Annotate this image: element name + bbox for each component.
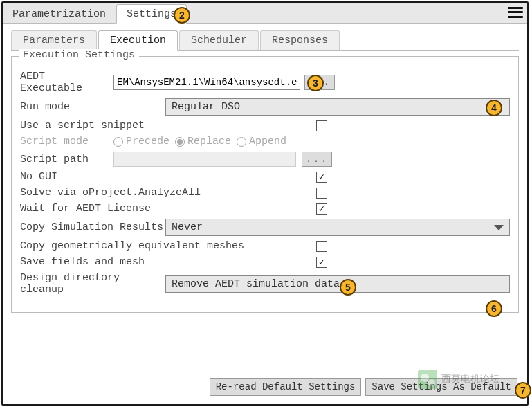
tab-scheduler[interactable]: Scheduler — [179, 30, 259, 50]
label-script-mode: Script mode — [20, 136, 113, 147]
label-script-path: Script path — [20, 154, 113, 165]
top-tab-bar: Parametrization Settings — [3, 3, 527, 24]
tab-responses[interactable]: Responses — [260, 30, 340, 50]
reread-default-button[interactable]: Re-read Default Settings — [210, 378, 362, 396]
run-mode-dropdown[interactable]: Regular DSO — [165, 98, 510, 116]
label-use-script-snippet: Use a script snippet — [20, 120, 316, 131]
annotation-badge-2: 2 — [174, 7, 190, 24]
label-save-fields: Save fields and mesh — [20, 256, 316, 268]
script-mode-radio-group: Precede Replace Append — [113, 136, 286, 147]
solve-analyzeall-checkbox[interactable] — [316, 188, 327, 199]
script-path-input — [113, 152, 296, 167]
script-path-browse-button[interactable]: ... — [302, 152, 332, 167]
aedt-executable-input[interactable] — [113, 75, 300, 90]
radio-append-label: Append — [249, 136, 286, 147]
annotation-badge-6: 6 — [486, 300, 502, 317]
tab-parametrization[interactable]: Parametrization — [3, 5, 116, 23]
label-solve-analyzeall: Solve via oProject.AnalyzeAll — [20, 187, 316, 199]
annotation-badge-5: 5 — [340, 279, 356, 296]
menu-icon[interactable] — [508, 6, 523, 19]
annotation-badge-7: 7 — [515, 382, 531, 399]
save-default-button[interactable]: Save Settings As Default — [365, 378, 517, 396]
group-title: Execution Settings — [19, 49, 139, 61]
label-aedt-executable: AEDT Executable — [20, 71, 113, 94]
no-gui-checkbox[interactable] — [316, 172, 327, 183]
annotation-badge-3: 3 — [307, 75, 324, 91]
design-cleanup-dropdown[interactable]: Remove AEDT simulation data — [165, 275, 510, 293]
execution-settings-group: Execution Settings AEDT Executable ... R… — [11, 56, 519, 313]
radio-precede-label: Precede — [126, 136, 169, 147]
use-script-checkbox[interactable] — [316, 120, 327, 131]
tab-parameters[interactable]: Parameters — [11, 30, 97, 50]
radio-append[interactable]: Append — [237, 136, 286, 147]
label-design-cleanup: Design directory cleanup — [20, 272, 165, 296]
save-fields-checkbox[interactable] — [316, 257, 327, 268]
copy-meshes-checkbox[interactable] — [316, 241, 327, 252]
sub-tab-bar: Parameters Execution Scheduler Responses — [11, 30, 519, 51]
label-copy-sim-results: Copy Simulation Results — [20, 221, 165, 233]
label-wait-license: Wait for AEDT License — [20, 203, 316, 215]
label-copy-meshes: Copy geometrically equivalent meshes — [20, 240, 316, 252]
tab-execution[interactable]: Execution — [98, 30, 178, 51]
radio-replace[interactable]: Replace — [175, 136, 231, 147]
annotation-badge-4: 4 — [486, 100, 502, 116]
radio-replace-label: Replace — [187, 136, 231, 147]
wait-license-checkbox[interactable] — [316, 203, 327, 215]
copy-sim-results-dropdown[interactable]: Never — [165, 219, 510, 236]
label-no-gui: No GUI — [20, 171, 316, 183]
label-run-mode: Run mode — [20, 101, 165, 113]
radio-precede[interactable]: Precede — [113, 136, 169, 147]
